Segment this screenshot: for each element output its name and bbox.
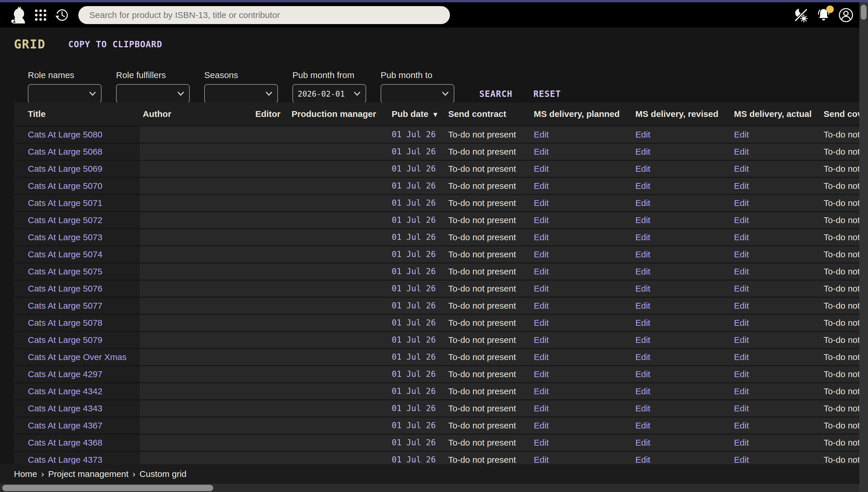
ms-delivery-actual-edit-link[interactable]: Edit	[731, 332, 822, 348]
ms-delivery-planned-edit-link[interactable]: Edit	[531, 315, 633, 331]
column-header-send-contract[interactable]: Send contract	[438, 102, 531, 126]
ms-delivery-revised-edit-link[interactable]: Edit	[633, 229, 731, 245]
title-link[interactable]: Cats At Large 5076	[14, 280, 140, 297]
column-header-ms-delivery-revised[interactable]: MS delivery, revised	[633, 102, 731, 126]
ms-delivery-revised-edit-link[interactable]: Edit	[633, 161, 731, 177]
ms-delivery-revised-edit-link[interactable]: Edit	[633, 298, 731, 314]
ms-delivery-planned-edit-link[interactable]: Edit	[531, 298, 633, 314]
ms-delivery-planned-edit-link[interactable]: Edit	[531, 366, 633, 382]
ms-delivery-actual-edit-link[interactable]: Edit	[731, 417, 822, 434]
ms-delivery-revised-edit-link[interactable]: Edit	[633, 400, 731, 417]
role-fulfillers-select[interactable]	[116, 84, 190, 103]
ms-delivery-planned-edit-link[interactable]: Edit	[531, 417, 633, 434]
ms-delivery-actual-edit-link[interactable]: Edit	[731, 452, 822, 464]
ms-delivery-revised-edit-link[interactable]: Edit	[633, 383, 731, 399]
title-link[interactable]: Cats At Large 5077	[14, 298, 140, 314]
column-header-production-manager[interactable]: Production manager	[289, 102, 389, 126]
ms-delivery-actual-edit-link[interactable]: Edit	[731, 280, 822, 297]
title-link[interactable]: Cats At Large 5074	[14, 246, 140, 263]
title-link[interactable]: Cats At Large 5071	[14, 195, 140, 211]
title-link[interactable]: Cats At Large 5073	[14, 229, 140, 245]
cat-logo-button[interactable]	[10, 6, 26, 24]
title-link[interactable]: Cats At Large 5069	[14, 161, 140, 177]
column-header-ms-delivery-actual[interactable]: MS delivery, actual	[731, 102, 822, 126]
ms-delivery-actual-edit-link[interactable]: Edit	[731, 298, 822, 314]
copy-to-clipboard-button[interactable]: COPY TO CLIPBOARD	[68, 39, 162, 49]
ms-delivery-actual-edit-link[interactable]: Edit	[731, 366, 822, 382]
title-link[interactable]: Cats At Large 4343	[14, 400, 140, 417]
pub-month-to-select[interactable]	[381, 84, 454, 103]
ms-delivery-planned-edit-link[interactable]: Edit	[531, 383, 633, 399]
title-link[interactable]: Cats At Large 4342	[14, 383, 140, 399]
ms-delivery-actual-edit-link[interactable]: Edit	[731, 383, 822, 399]
column-header-title[interactable]: Title	[14, 102, 140, 126]
ms-delivery-actual-edit-link[interactable]: Edit	[731, 212, 822, 228]
ms-delivery-planned-edit-link[interactable]: Edit	[531, 229, 633, 245]
title-link[interactable]: Cats At Large 5070	[14, 178, 140, 194]
ms-delivery-planned-edit-link[interactable]: Edit	[531, 264, 633, 280]
ms-delivery-revised-edit-link[interactable]: Edit	[633, 417, 731, 434]
ms-delivery-revised-edit-link[interactable]: Edit	[633, 315, 731, 331]
horizontal-scrollbar[interactable]	[0, 484, 868, 492]
reset-button[interactable]: RESET	[533, 89, 561, 99]
ms-delivery-actual-edit-link[interactable]: Edit	[731, 264, 822, 280]
ms-delivery-revised-edit-link[interactable]: Edit	[633, 144, 731, 160]
ms-delivery-actual-edit-link[interactable]: Edit	[731, 195, 822, 211]
ms-delivery-actual-edit-link[interactable]: Edit	[731, 126, 822, 143]
title-link[interactable]: Cats At Large 4368	[14, 435, 140, 451]
title-link[interactable]: Cats At Large 5072	[14, 212, 140, 228]
ms-delivery-planned-edit-link[interactable]: Edit	[531, 126, 633, 143]
ms-delivery-revised-edit-link[interactable]: Edit	[633, 195, 731, 211]
ms-delivery-revised-edit-link[interactable]: Edit	[633, 126, 731, 143]
title-link[interactable]: Cats At Large 5068	[14, 144, 140, 160]
ms-delivery-planned-edit-link[interactable]: Edit	[531, 400, 633, 417]
ms-delivery-planned-edit-link[interactable]: Edit	[531, 332, 633, 348]
ms-delivery-planned-edit-link[interactable]: Edit	[531, 178, 633, 194]
ms-delivery-actual-edit-link[interactable]: Edit	[731, 400, 822, 417]
column-header-author[interactable]: Author	[140, 102, 252, 126]
ms-delivery-actual-edit-link[interactable]: Edit	[731, 229, 822, 245]
notifications-button[interactable]	[816, 8, 831, 22]
ms-delivery-actual-edit-link[interactable]: Edit	[731, 178, 822, 194]
title-link[interactable]: Cats At Large 5075	[14, 264, 140, 280]
title-link[interactable]: Cats At Large 4367	[14, 417, 140, 434]
history-button[interactable]	[55, 8, 69, 22]
ms-delivery-actual-edit-link[interactable]: Edit	[731, 349, 822, 365]
search-input[interactable]	[78, 6, 450, 24]
ms-delivery-revised-edit-link[interactable]: Edit	[633, 366, 731, 382]
column-header-pub-date[interactable]: Pub date▼	[389, 102, 438, 126]
breadcrumb-home-link[interactable]: Home	[14, 469, 37, 479]
breadcrumb-project-management-link[interactable]: Project management	[48, 469, 128, 479]
vertical-scrollbar-thumb[interactable]	[861, 5, 867, 20]
ms-delivery-revised-edit-link[interactable]: Edit	[633, 349, 731, 365]
column-header-editor[interactable]: Editor	[252, 102, 289, 126]
ms-delivery-revised-edit-link[interactable]: Edit	[633, 246, 731, 263]
apps-menu-button[interactable]	[34, 9, 47, 22]
title-link[interactable]: Cats At Large 5078	[14, 315, 140, 331]
ms-delivery-actual-edit-link[interactable]: Edit	[731, 246, 822, 263]
ms-delivery-actual-edit-link[interactable]: Edit	[731, 435, 822, 451]
ms-delivery-planned-edit-link[interactable]: Edit	[531, 452, 633, 464]
ms-delivery-planned-edit-link[interactable]: Edit	[531, 161, 633, 177]
ms-delivery-actual-edit-link[interactable]: Edit	[731, 144, 822, 160]
ms-delivery-planned-edit-link[interactable]: Edit	[531, 280, 633, 297]
ms-delivery-planned-edit-link[interactable]: Edit	[531, 246, 633, 263]
ms-delivery-revised-edit-link[interactable]: Edit	[633, 178, 731, 194]
ms-delivery-planned-edit-link[interactable]: Edit	[531, 435, 633, 451]
title-link[interactable]: Cats At Large 4297	[14, 366, 140, 382]
title-link[interactable]: Cats At Large 5080	[14, 126, 140, 143]
ms-delivery-revised-edit-link[interactable]: Edit	[633, 264, 731, 280]
ms-delivery-actual-edit-link[interactable]: Edit	[731, 315, 822, 331]
ms-delivery-revised-edit-link[interactable]: Edit	[633, 280, 731, 297]
pub-month-from-select[interactable]: 2026-02-01	[292, 84, 366, 103]
title-link[interactable]: Cats At Large 4373	[14, 452, 140, 464]
ms-delivery-planned-edit-link[interactable]: Edit	[531, 195, 633, 211]
ms-delivery-planned-edit-link[interactable]: Edit	[531, 349, 633, 365]
search-button[interactable]: SEARCH	[479, 89, 512, 99]
ms-delivery-planned-edit-link[interactable]: Edit	[531, 144, 633, 160]
theme-toggle-button[interactable]	[793, 7, 809, 23]
seasons-select[interactable]	[204, 84, 278, 103]
ms-delivery-revised-edit-link[interactable]: Edit	[633, 212, 731, 228]
title-link[interactable]: Cats At Large Over Xmas	[14, 349, 140, 365]
ms-delivery-actual-edit-link[interactable]: Edit	[731, 161, 822, 177]
